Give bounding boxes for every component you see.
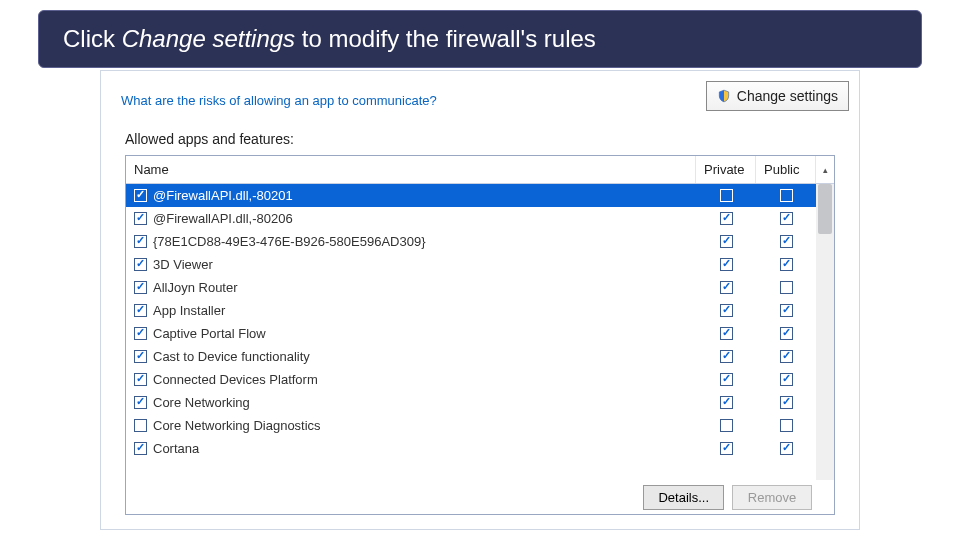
public-checkbox[interactable] [780, 235, 793, 248]
table-row[interactable]: Connected Devices Platform [126, 368, 834, 391]
private-checkbox[interactable] [720, 235, 733, 248]
table-row[interactable]: Captive Portal Flow [126, 322, 834, 345]
instruction-callout: Click Change settings to modify the fire… [38, 10, 922, 68]
risks-link[interactable]: What are the risks of allowing an app to… [121, 93, 437, 108]
change-settings-button[interactable]: Change settings [706, 81, 849, 111]
enable-checkbox[interactable] [134, 442, 147, 455]
row-name-cell: Cast to Device functionality [126, 349, 696, 364]
private-checkbox[interactable] [720, 281, 733, 294]
list-footer: Details... Remove [643, 485, 812, 510]
row-public-cell [756, 442, 816, 455]
row-public-cell [756, 350, 816, 363]
public-checkbox[interactable] [780, 327, 793, 340]
callout-prefix: Click [63, 25, 122, 52]
allowed-apps-list: Name Private Public ▴ @FirewallAPI.dll,-… [125, 155, 835, 515]
list-body: @FirewallAPI.dll,-80201@FirewallAPI.dll,… [126, 184, 834, 480]
table-row[interactable]: Cortana [126, 437, 834, 460]
private-checkbox[interactable] [720, 396, 733, 409]
private-checkbox[interactable] [720, 304, 733, 317]
row-private-cell [696, 189, 756, 202]
scrollbar-thumb[interactable] [818, 184, 832, 234]
row-public-cell [756, 212, 816, 225]
public-checkbox[interactable] [780, 419, 793, 432]
row-app-name: 3D Viewer [153, 257, 213, 272]
row-private-cell [696, 442, 756, 455]
public-checkbox[interactable] [780, 258, 793, 271]
row-app-name: AllJoyn Router [153, 280, 238, 295]
table-row[interactable]: @FirewallAPI.dll,-80201 [126, 184, 834, 207]
public-checkbox[interactable] [780, 442, 793, 455]
table-row[interactable]: AllJoyn Router [126, 276, 834, 299]
row-name-cell: 3D Viewer [126, 257, 696, 272]
public-checkbox[interactable] [780, 350, 793, 363]
row-private-cell [696, 350, 756, 363]
public-checkbox[interactable] [780, 281, 793, 294]
enable-checkbox[interactable] [134, 189, 147, 202]
row-app-name: Cortana [153, 441, 199, 456]
list-label: Allowed apps and features: [125, 131, 294, 147]
row-public-cell [756, 373, 816, 386]
public-checkbox[interactable] [780, 304, 793, 317]
enable-checkbox[interactable] [134, 235, 147, 248]
row-app-name: {78E1CD88-49E3-476E-B926-580E596AD309} [153, 234, 425, 249]
row-app-name: App Installer [153, 303, 225, 318]
enable-checkbox[interactable] [134, 304, 147, 317]
table-row[interactable]: Core Networking Diagnostics [126, 414, 834, 437]
private-checkbox[interactable] [720, 212, 733, 225]
row-name-cell: Cortana [126, 441, 696, 456]
private-checkbox[interactable] [720, 419, 733, 432]
list-header: Name Private Public ▴ [126, 156, 834, 184]
row-name-cell: Core Networking [126, 395, 696, 410]
enable-checkbox[interactable] [134, 396, 147, 409]
row-app-name: Cast to Device functionality [153, 349, 310, 364]
table-row[interactable]: @FirewallAPI.dll,-80206 [126, 207, 834, 230]
public-checkbox[interactable] [780, 212, 793, 225]
table-row[interactable]: App Installer [126, 299, 834, 322]
enable-checkbox[interactable] [134, 327, 147, 340]
enable-checkbox[interactable] [134, 350, 147, 363]
row-name-cell: Captive Portal Flow [126, 326, 696, 341]
enable-checkbox[interactable] [134, 212, 147, 225]
row-app-name: Core Networking [153, 395, 250, 410]
header-scroll-up[interactable]: ▴ [816, 156, 834, 183]
table-row[interactable]: 3D Viewer [126, 253, 834, 276]
row-public-cell [756, 304, 816, 317]
public-checkbox[interactable] [780, 373, 793, 386]
public-checkbox[interactable] [780, 396, 793, 409]
row-name-cell: @FirewallAPI.dll,-80201 [126, 188, 696, 203]
row-public-cell [756, 258, 816, 271]
firewall-panel: What are the risks of allowing an app to… [100, 70, 860, 530]
row-private-cell [696, 258, 756, 271]
enable-checkbox[interactable] [134, 419, 147, 432]
column-private[interactable]: Private [696, 156, 756, 183]
row-name-cell: @FirewallAPI.dll,-80206 [126, 211, 696, 226]
row-private-cell [696, 373, 756, 386]
row-app-name: Core Networking Diagnostics [153, 418, 321, 433]
private-checkbox[interactable] [720, 189, 733, 202]
row-private-cell [696, 396, 756, 409]
row-public-cell [756, 189, 816, 202]
row-private-cell [696, 281, 756, 294]
list-scrollbar[interactable] [816, 184, 834, 480]
enable-checkbox[interactable] [134, 281, 147, 294]
column-name[interactable]: Name [126, 156, 696, 183]
enable-checkbox[interactable] [134, 373, 147, 386]
remove-button: Remove [732, 485, 812, 510]
enable-checkbox[interactable] [134, 258, 147, 271]
row-private-cell [696, 419, 756, 432]
private-checkbox[interactable] [720, 327, 733, 340]
public-checkbox[interactable] [780, 189, 793, 202]
table-row[interactable]: Cast to Device functionality [126, 345, 834, 368]
table-row[interactable]: Core Networking [126, 391, 834, 414]
row-public-cell [756, 396, 816, 409]
callout-emphasis: Change settings [122, 25, 295, 52]
private-checkbox[interactable] [720, 373, 733, 386]
details-button[interactable]: Details... [643, 485, 724, 510]
table-row[interactable]: {78E1CD88-49E3-476E-B926-580E596AD309} [126, 230, 834, 253]
row-name-cell: App Installer [126, 303, 696, 318]
private-checkbox[interactable] [720, 442, 733, 455]
row-name-cell: Core Networking Diagnostics [126, 418, 696, 433]
private-checkbox[interactable] [720, 350, 733, 363]
private-checkbox[interactable] [720, 258, 733, 271]
column-public[interactable]: Public [756, 156, 816, 183]
